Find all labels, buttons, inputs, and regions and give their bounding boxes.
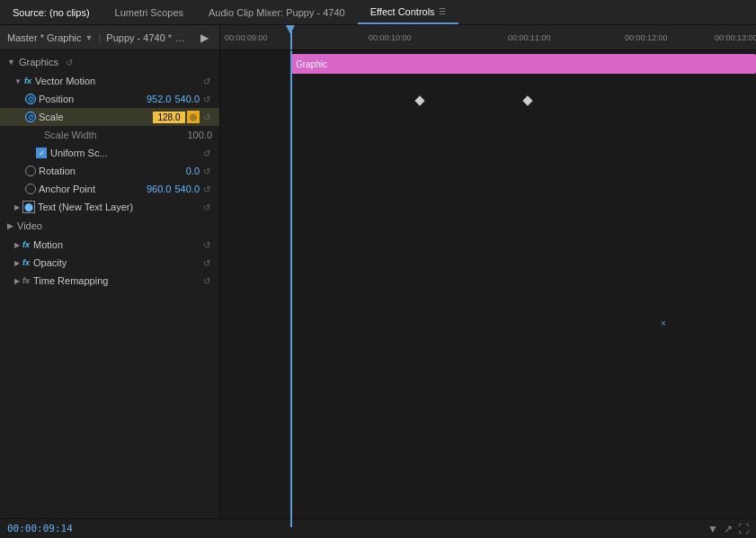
rotation-row: Rotation 0.0 ↺ (0, 162, 219, 180)
ruler-label-2: 00:00:10:00 (369, 33, 412, 42)
vector-motion-reset[interactable]: ↺ (201, 76, 212, 86)
effect-list: ▼ Graphics ↺ ▼ fx Vector Motion ↺ ⏱ Posi… (0, 50, 219, 538)
ruler-label-5: 00:00:13:00 (715, 33, 756, 42)
position-y[interactable]: 540.0 (174, 94, 200, 104)
time-remap-label: Time Remapping (33, 275, 200, 286)
uniform-scale-checkbox[interactable]: ✓ (36, 148, 47, 158)
scale-width-value[interactable]: 100.0 (187, 130, 212, 140)
text-layer-arrow[interactable]: ▶ (14, 203, 20, 211)
position-row: ⏱ Position 952.0 540.0 ↺ (0, 90, 219, 108)
text-stopwatch[interactable]: ⬤ (22, 201, 35, 213)
graphic-clip[interactable]: Graphic (290, 54, 756, 74)
scale-target-icon[interactable]: ◎ (187, 111, 200, 123)
vector-motion-group: ▼ fx Vector Motion ↺ ⏱ Position 952.0 54… (0, 70, 219, 218)
anchor-y[interactable]: 540.0 (174, 184, 200, 194)
motion-fx-badge: fx (22, 240, 30, 249)
position-reset[interactable]: ↺ (201, 94, 212, 104)
motion-arrow[interactable]: ▶ (14, 241, 20, 249)
motion-label: Motion (33, 239, 200, 250)
opacity-fx-badge: fx (22, 258, 30, 267)
scale-stopwatch[interactable]: ⏱ (25, 112, 36, 122)
vector-motion-label: Vector Motion (35, 76, 200, 86)
position-stopwatch[interactable]: ⏱ (25, 94, 36, 104)
scale-input[interactable] (153, 112, 185, 123)
scale-width-label: Scale Width (44, 130, 183, 140)
timecode: 00:00:09:14 (7, 523, 73, 534)
graphics-label: Graphics (19, 57, 58, 67)
timeline-content[interactable]: Graphic × (220, 50, 756, 527)
tab-source[interactable]: Source: (no clips) (0, 0, 102, 24)
tab-menu-icon: ☰ (439, 7, 446, 16)
anchor-point-row: Anchor Point 960.0 540.0 ↺ (0, 180, 219, 198)
tab-audioclip[interactable]: Audio Clip Mixer: Puppy - 4740 (196, 0, 358, 24)
right-panel: 00:00:09:00 00:00:10:00 00:00:11:00 00:0… (220, 25, 756, 538)
ruler-label-3: 00:00:11:00 (508, 33, 551, 42)
tab-lumetri[interactable]: Lumetri Scopes (102, 0, 196, 24)
opacity-reset[interactable]: ↺ (201, 258, 212, 268)
source-label: Puppy - 4740 * Gra... (106, 32, 187, 43)
cursor-x-marker: × (661, 318, 666, 328)
text-layer-label: Text (New Text Layer) (38, 202, 200, 212)
vector-motion-arrow[interactable]: ▼ (14, 77, 22, 85)
anchor-x[interactable]: 960.0 (147, 184, 172, 194)
playhead-ruler (290, 25, 292, 49)
anchor-point-label: Anchor Point (39, 184, 143, 194)
motion-row[interactable]: ▶ fx Motion ↺ (0, 236, 219, 254)
timeline-ruler: 00:00:09:00 00:00:10:00 00:00:11:00 00:0… (220, 25, 756, 50)
panel-header: Master * Graphic ▼ | Puppy - 4740 * Gra.… (0, 25, 219, 50)
video-section: ▶ Video (0, 218, 219, 234)
keyframe-1[interactable] (414, 95, 424, 105)
time-remap-fx-badge: fx (22, 276, 30, 285)
text-layer-row[interactable]: ▶ ⬤ Text (New Text Layer) ↺ (0, 198, 219, 216)
opacity-row[interactable]: ▶ fx Opacity ↺ (0, 254, 219, 272)
graphics-reset[interactable]: ↺ (64, 58, 75, 67)
export-icon[interactable]: ↗ (724, 523, 733, 535)
graphics-section: ▼ Graphics ↺ (0, 54, 219, 70)
playhead-head (286, 25, 295, 34)
text-reset[interactable]: ↺ (201, 202, 212, 212)
master-label: Master * Graphic (7, 32, 82, 43)
clip-label: Graphic (296, 59, 327, 69)
keyframe-2[interactable] (522, 95, 532, 105)
fullscreen-icon[interactable]: ⛶ (738, 523, 749, 535)
bottom-icons: ▼ ↗ ⛶ (707, 523, 749, 535)
ruler-label-1: 00:00:09:00 (225, 33, 268, 42)
rotation-reset[interactable]: ↺ (201, 166, 212, 176)
opacity-label: Opacity (33, 257, 200, 268)
time-remap-arrow[interactable]: ▶ (14, 277, 20, 285)
position-label: Position (39, 94, 143, 104)
motion-reset[interactable]: ↺ (201, 240, 212, 250)
vector-motion-row[interactable]: ▼ fx Vector Motion ↺ (0, 72, 219, 90)
position-x[interactable]: 952.0 (147, 94, 172, 104)
tab-bar: Source: (no clips) Lumetri Scopes Audio … (0, 0, 756, 25)
uniform-reset[interactable]: ↺ (201, 148, 212, 158)
ruler-label-4: 00:00:12:00 (625, 33, 668, 42)
uniform-scale-label: Uniform Sc... (50, 148, 200, 158)
video-label: Video (17, 220, 42, 231)
playhead-line (290, 50, 292, 527)
left-panel: Master * Graphic ▼ | Puppy - 4740 * Gra.… (0, 25, 220, 538)
tab-effect-controls[interactable]: Effect Controls ☰ (358, 0, 458, 24)
ruler-track[interactable]: 00:00:09:00 00:00:10:00 00:00:11:00 00:0… (220, 25, 756, 49)
graphics-arrow[interactable]: ▼ (7, 58, 15, 67)
rotation-label: Rotation (39, 166, 182, 176)
anchor-stopwatch[interactable] (25, 184, 36, 194)
opacity-arrow[interactable]: ▶ (14, 259, 20, 267)
uniform-checkbox-row: ✓ Uniform Sc... ↺ (0, 144, 219, 162)
bottom-bar: 00:00:09:14 ▼ ↗ ⛶ (0, 518, 756, 538)
anchor-reset[interactable]: ↺ (201, 184, 212, 194)
fx-badge: fx (24, 76, 31, 85)
rotation-stopwatch[interactable] (25, 166, 36, 176)
time-remap-reset[interactable]: ↺ (201, 276, 212, 286)
video-arrow[interactable]: ▶ (7, 221, 13, 230)
scale-row: ⏱ Scale ◎ ↺ (0, 108, 219, 126)
scale-label: Scale (39, 112, 153, 122)
filter-icon[interactable]: ▼ (707, 523, 718, 535)
play-button[interactable]: ▶ (197, 30, 212, 46)
chevron-down-icon[interactable]: ▼ (85, 33, 93, 42)
rotation-value[interactable]: 0.0 (186, 166, 200, 176)
video-group: ▶ fx Motion ↺ ▶ fx Opacity ↺ ▶ fx Time R… (0, 234, 219, 291)
time-remap-row[interactable]: ▶ fx Time Remapping ↺ (0, 272, 219, 290)
scale-reset[interactable]: ↺ (201, 112, 212, 122)
main-layout: Master * Graphic ▼ | Puppy - 4740 * Gra.… (0, 25, 756, 538)
